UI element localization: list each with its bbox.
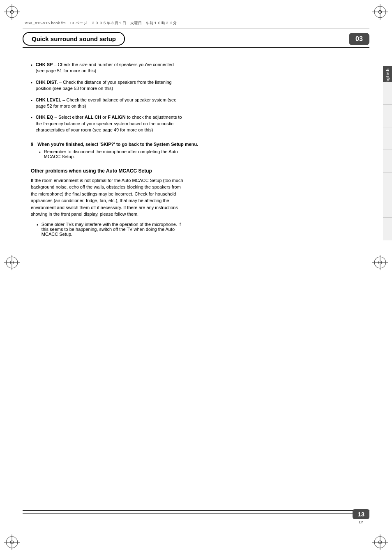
other-problems-section: Other problems when using the Auto MCACC… (31, 168, 187, 237)
chk-sp-text: CHK SP – Check the size and number of sp… (36, 62, 184, 74)
other-problems-body: If the room environment is not optimal f… (31, 177, 187, 218)
page-number-box: 13 (353, 509, 369, 519)
chk-eq-all-ch: ALL CH (85, 115, 101, 120)
chk-eq-text: CHK EQ – Select either ALL CH or F ALIGN… (36, 114, 184, 133)
reg-mark-top-right (372, 4, 388, 21)
page-number-area: 13 En (353, 509, 369, 524)
bullet-dot: • (31, 97, 32, 110)
reg-mark-bottom-right (372, 534, 388, 551)
bullet-dot: • (31, 62, 32, 74)
chk-eq-f-align: F ALIGN (108, 115, 126, 120)
reg-mark-bottom-left (4, 534, 20, 551)
other-problems-sub-bullet: • Some older TVs may interfere with the … (37, 222, 187, 237)
bullet-dot: • (31, 115, 32, 133)
chk-sp-term: CHK SP (36, 62, 53, 67)
chk-dist-term: CHK DIST. (36, 80, 58, 85)
chk-eq-sep1: – Select either (55, 115, 85, 120)
top-horizontal-rule (23, 28, 369, 28)
step9-section: 9 When you're finished, select 'SKIP?' t… (31, 142, 359, 159)
step9-header: 9 When you're finished, select 'SKIP?' t… (31, 142, 359, 147)
file-info: VSX_815-915.book.fm 13 ページ ２００５年３月１日 火曜日… (25, 21, 177, 26)
chk-eq-or: or (102, 115, 108, 120)
header-bottom-rule (23, 47, 369, 48)
chk-level-text: CHK LEVEL – Check the overall balance of… (36, 97, 184, 110)
right-tab-dividers (383, 82, 392, 240)
chk-eq-term: CHK EQ (36, 115, 53, 120)
page-en-label: En (359, 520, 363, 524)
bullet-dot: • (31, 80, 32, 92)
chapter-title: Quick surround sound setup (23, 32, 125, 46)
bullet-dot: • (37, 222, 38, 237)
bullet-dot: • (39, 150, 41, 159)
step9-number: 9 (31, 142, 33, 147)
chapter-number: 03 (349, 33, 369, 45)
bullet-item-chk-dist: • CHK DIST. – Check the distance of your… (31, 79, 359, 92)
reg-mark-mid-left (4, 255, 20, 271)
step9-sub-text: Remember to disconnect the microphone af… (44, 149, 192, 159)
reg-mark-top-left (4, 4, 20, 21)
step9-sub-bullet: • Remember to disconnect the microphone … (39, 149, 359, 159)
bullet-item-chk-eq: • CHK EQ – Select either ALL CH or F ALI… (31, 114, 359, 133)
step9-text: When you're finished, select 'SKIP?' to … (37, 142, 198, 147)
bottom-rule-outer (23, 510, 369, 511)
bullet-list: • CHK SP – Check the size and number of … (31, 62, 359, 134)
chk-sp-separator: – (54, 62, 58, 67)
main-content: • CHK SP – Check the size and number of … (23, 53, 359, 506)
reg-mark-mid-right (372, 255, 388, 271)
other-problems-title: Other problems when using the Auto MCACC… (31, 168, 187, 174)
other-problems-sub-text: Some older TVs may interfere with the op… (42, 222, 187, 237)
chk-dist-separator: – (59, 80, 63, 85)
chk-dist-text: CHK DIST. – Check the distance of your s… (36, 79, 184, 92)
chk-level-term: CHK LEVEL (36, 97, 61, 102)
chapter-header: Quick surround sound setup 03 (23, 32, 369, 46)
bullet-item-chk-sp: • CHK SP – Check the size and number of … (31, 62, 359, 74)
bottom-rule-inner (23, 514, 369, 514)
bullet-item-chk-level: • CHK LEVEL – Check the overall balance … (31, 97, 359, 110)
